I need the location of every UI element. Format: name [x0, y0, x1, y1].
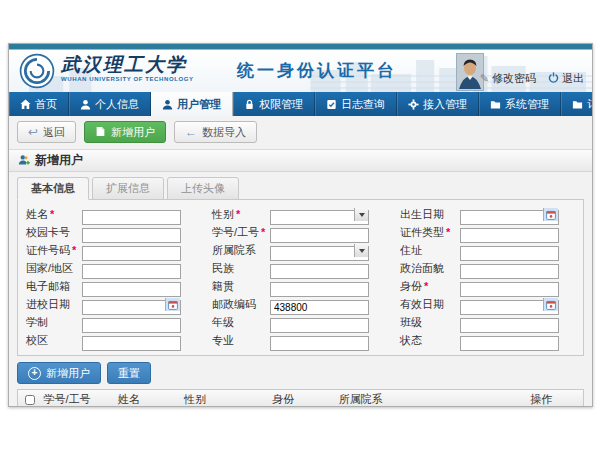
nav-item-5[interactable]: 接入管理 — [397, 92, 479, 116]
field-input-address[interactable] — [460, 246, 559, 261]
field-wrap-email — [82, 279, 181, 294]
nav-item-2[interactable]: 用户管理 — [151, 92, 233, 116]
field-input-ethnicity[interactable] — [270, 264, 369, 279]
field-wrap-status — [460, 333, 559, 348]
field-input-identity[interactable] — [460, 282, 559, 297]
user-icon — [80, 99, 91, 110]
field-input-native-place[interactable] — [270, 282, 369, 297]
logout-label: 退出 — [562, 71, 584, 86]
field-wrap-department — [270, 243, 369, 258]
field-input-class[interactable] — [460, 318, 559, 333]
field-input-grade[interactable] — [270, 318, 369, 333]
table-header-col-gender: 性别 — [182, 392, 270, 406]
nav-item-7[interactable]: 订阅管理 — [561, 92, 593, 116]
field-label-schooling-length: 学制 — [26, 315, 82, 330]
app-window: 武汉理工大学 WUHAN UNIVERSITY OF TECHNOLOGY 统一… — [8, 43, 593, 407]
field-wrap-schooling-length — [82, 315, 181, 330]
field-wrap-class — [460, 315, 559, 330]
required-marker: * — [236, 208, 240, 220]
field-input-political-status[interactable] — [460, 264, 559, 279]
nav-item-label: 用户管理 — [177, 97, 221, 112]
required-marker: * — [261, 226, 265, 238]
field-wrap-gender — [270, 207, 369, 222]
select-all-cell — [18, 395, 42, 405]
nav-item-0[interactable]: 首页 — [9, 92, 69, 116]
field-input-student-staff-no[interactable] — [270, 228, 369, 243]
logout-link[interactable]: 退出 — [548, 71, 584, 86]
nav-item-label: 订阅管理 — [587, 97, 593, 112]
nav-item-3[interactable]: 权限管理 — [233, 92, 315, 116]
calendar-icon[interactable] — [543, 298, 558, 311]
add-user-button-label: 新增用户 — [111, 125, 155, 140]
field-input-campus[interactable] — [82, 336, 181, 351]
field-label-grade: 年级 — [212, 315, 270, 330]
calendar-icon[interactable] — [165, 298, 180, 311]
reset-button[interactable]: 重置 — [107, 362, 151, 384]
field-input-schooling-length[interactable] — [82, 318, 181, 333]
field-wrap-valid-date — [460, 297, 559, 312]
field-input-name[interactable] — [82, 210, 181, 225]
field-input-postal-code[interactable] — [270, 300, 369, 315]
nav-item-label: 个人信息 — [95, 97, 139, 112]
back-button-label: 返回 — [43, 125, 65, 140]
back-button[interactable]: ↩ 返回 — [17, 121, 76, 143]
field-input-id-type[interactable] — [460, 228, 559, 243]
field-label-identity: 身份* — [400, 279, 460, 294]
user-icon — [162, 99, 173, 110]
folder-icon — [572, 99, 583, 110]
field-wrap-political-status — [460, 261, 559, 276]
table-header-col-identity: 身份 — [270, 392, 336, 406]
field-label-campus: 校区 — [26, 333, 82, 348]
select-all-checkbox[interactable] — [25, 395, 35, 405]
field-wrap-identity — [460, 279, 559, 294]
change-password-link[interactable]: ✎ 修改密码 — [480, 71, 536, 86]
field-label-campus-card-no: 校园卡号 — [26, 225, 82, 240]
required-marker: * — [72, 244, 76, 256]
field-input-country-region[interactable] — [82, 264, 181, 279]
tab-0[interactable]: 基本信息 — [17, 177, 89, 200]
pencil-icon: ✎ — [480, 72, 489, 85]
field-input-campus-card-no[interactable] — [82, 228, 181, 243]
nav-item-4[interactable]: 日志查询 — [315, 92, 397, 116]
field-wrap-id-number — [82, 243, 181, 258]
field-input-major[interactable] — [270, 336, 369, 351]
tab-2[interactable]: 上传头像 — [167, 177, 239, 200]
nav-item-1[interactable]: 个人信息 — [69, 92, 151, 116]
calendar-icon[interactable] — [543, 208, 558, 221]
university-name-en: WUHAN UNIVERSITY OF TECHNOLOGY — [61, 76, 194, 82]
dropdown-icon[interactable] — [354, 208, 368, 221]
content-area: ↩ 返回 新增用户 ← 数据导入 — [9, 116, 592, 406]
lock-icon — [244, 99, 255, 110]
field-wrap-id-type — [460, 225, 559, 240]
university-logo — [19, 53, 55, 89]
field-label-email: 电子邮箱 — [26, 279, 82, 294]
field-wrap-ethnicity — [270, 261, 369, 276]
field-label-native-place: 籍贯 — [212, 279, 270, 294]
tab-1[interactable]: 扩展信息 — [92, 177, 164, 200]
table-header: 学号/工号姓名性别身份所属院系操作 — [17, 389, 584, 406]
field-label-department: 所属院系 — [212, 243, 270, 258]
table-header-col-actions: 操作 — [528, 392, 583, 406]
field-wrap-birth-date — [460, 207, 559, 222]
field-input-status[interactable] — [460, 336, 559, 351]
plus-circle-icon: + — [28, 367, 41, 380]
field-wrap-country-region — [82, 261, 181, 276]
field-label-id-type: 证件类型* — [400, 225, 460, 240]
dropdown-icon[interactable] — [354, 244, 368, 257]
nav-item-6[interactable]: 系统管理 — [479, 92, 561, 116]
field-label-ethnicity: 民族 — [212, 261, 270, 276]
field-label-valid-date: 有效日期 — [400, 297, 460, 312]
data-import-button[interactable]: ← 数据导入 — [174, 121, 257, 143]
field-input-id-number[interactable] — [82, 246, 181, 261]
nav-item-label: 日志查询 — [341, 97, 385, 112]
add-user-section-icon — [18, 152, 30, 170]
platform-title: 统一身份认证平台 — [237, 59, 397, 82]
field-label-major: 专业 — [212, 333, 270, 348]
field-label-name: 姓名* — [26, 207, 82, 222]
section-title: 新增用户 — [35, 152, 83, 169]
submit-add-user-button[interactable]: + 新增用户 — [17, 362, 101, 384]
field-wrap-address — [460, 243, 559, 258]
nav-item-label: 权限管理 — [259, 97, 303, 112]
field-input-email[interactable] — [82, 282, 181, 297]
add-user-button[interactable]: 新增用户 — [84, 121, 166, 143]
